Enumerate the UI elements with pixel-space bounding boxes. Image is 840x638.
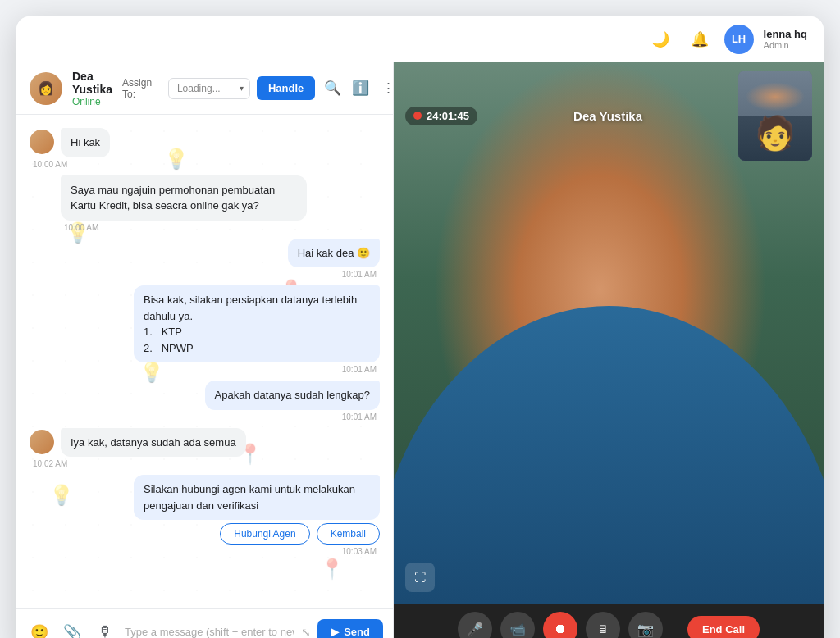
contact-avatar-img: 👩 [30,72,62,105]
deco-icon: 📍 [320,558,345,581]
message-bubble: Iya kak, datanya sudah ada semua [61,428,246,458]
message-row: Saya mau ngajuin permohonan pembuatan Ka… [30,175,380,232]
pip-video [738,71,812,161]
caller-name: Dea Yustika [573,109,642,123]
chat-input-area: 🙂 📎 🎙 ⤡ ▶ Send [16,608,393,638]
message-bubble: Silakan hubungi agen kami untuk melakuka… [134,475,380,520]
chat-header: 👩 Dea Yustika Online Assign To: Loading.… [16,62,393,115]
expand-icon: ⛶ [414,571,426,584]
microphone-icon: 🎙 [98,623,112,638]
video-main: 24:01:45 Dea Yustika [394,62,824,604]
video-panel: 24:01:45 Dea Yustika [394,62,824,638]
assign-select[interactable]: Loading... [168,78,250,99]
notifications-button[interactable]: 🔔 [685,25,714,54]
message-bubble: Bisa kak, silakan persiapkan datanya ter… [134,285,380,362]
pip-person-feed [738,71,812,161]
snapshot-button[interactable]: 📷 [628,612,663,638]
message-with-avatar: Hi kak [30,128,110,157]
app-shell: 🌙 🔔 LH lenna hq Admin 👩 Dea Yustika Onli… [16,16,824,638]
video-overlay-top: 24:01:45 Dea Yustika [394,62,824,169]
pip-face [738,79,812,115]
message-time: 10:01 AM [339,412,380,422]
screen-icon: 🖥 [597,622,609,636]
message-avatar [30,430,54,454]
message-bubble: Hai kak dea 🙂 [288,239,380,268]
message-row: Bisa kak, silakan persiapkan datanya ter… [30,285,380,374]
user-info: lenna hq Admin [764,28,807,51]
recording-timer: 24:01:45 [427,110,469,122]
expand-video-button[interactable]: ⛶ [405,563,435,592]
assign-label: Assign To: [122,77,162,100]
send-icon: ▶ [331,626,339,638]
message-row: Silakan hubungi agen kami untuk melakuka… [30,475,380,556]
dark-mode-button[interactable]: 🌙 [646,25,675,54]
quick-reply-hubungi-agen[interactable]: Hubungi Agen [220,523,309,545]
search-icon: 🔍 [324,80,341,97]
message-input[interactable] [125,626,294,638]
quick-reply-kembali[interactable]: Kembali [317,523,380,545]
bell-icon: 🔔 [691,30,709,48]
message-time: 10:03 AM [339,547,380,556]
handle-button[interactable]: Handle [257,76,315,100]
message-time: 10:01 AM [339,270,380,279]
message-avatar [30,130,54,154]
mic-icon: 🎤 [467,622,483,637]
search-chat-button[interactable]: 🔍 [322,76,343,101]
info-button[interactable]: ℹ️ [349,76,371,101]
paperclip-icon: 📎 [63,623,81,639]
message-row: Hai kak dea 🙂 10:01 AM [30,239,380,280]
message-row: Hi kak 10:00 AM [30,128,380,169]
voice-button[interactable]: 🎙 [92,619,118,639]
message-bubble: Saya mau ngajuin permohonan pembuatan Ka… [61,175,307,221]
snapshot-icon: 📷 [637,622,654,637]
quick-replies: Hubungi Agen Kembali [220,523,380,545]
contact-info: Dea Yustika Online [72,70,112,107]
message-time: 10:01 AM [339,365,380,374]
message-bubble: Apakah datanya sudah lengkap? [205,381,380,410]
pip-bg [738,71,812,161]
top-nav: 🌙 🔔 LH lenna hq Admin [16,16,824,62]
toggle-camera-button[interactable]: 📹 [500,612,535,638]
record-icon: ⏺ [554,622,567,636]
chat-messages: 💡 💡 📍 💡 📍 💡 📍 💡 Hi kak 10:00 AM [16,115,393,608]
contact-name: Dea Yustika [72,70,112,96]
message-row: Apakah datanya sudah lengkap? 10:01 AM [30,381,380,422]
camera-icon: 📹 [509,622,526,637]
moon-icon: 🌙 [651,30,669,48]
user-name: lenna hq [764,28,807,41]
pip-body [738,116,812,161]
send-button[interactable]: ▶ Send [317,619,383,638]
video-controls-bar: 🎤 📹 ⏺ 🖥 📷 End Call [394,604,824,638]
send-label: Send [344,626,370,638]
screen-share-button[interactable]: 🖥 [586,612,620,638]
mute-microphone-button[interactable]: 🎤 [458,612,492,638]
chat-header-actions: Assign To: Loading... ▾ Handle 🔍 ℹ️ [122,76,399,101]
message-time: 10:00 AM [61,223,102,232]
message-row: Iya kak, datanya sudah ada semua 10:02 A… [30,428,380,469]
message-time: 10:02 AM [30,459,71,468]
chat-panel: 👩 Dea Yustika Online Assign To: Loading.… [16,62,394,638]
message-with-avatar: Iya kak, datanya sudah ada semua [30,428,246,458]
attachment-button[interactable]: 📎 [59,619,85,639]
main-content: 👩 Dea Yustika Online Assign To: Loading.… [16,62,824,638]
message-time: 10:00 AM [30,160,71,169]
end-call-button[interactable]: End Call [687,616,760,639]
recording-badge: 24:01:45 [405,107,477,125]
contact-status: Online [72,96,112,107]
recording-dot [413,112,422,120]
assign-wrapper: Loading... ▾ [168,78,250,99]
resize-icon: ⤡ [301,626,311,639]
record-button[interactable]: ⏺ [543,612,578,638]
emoji-icon: 🙂 [30,623,48,639]
contact-avatar: 👩 [30,72,62,105]
info-icon: ℹ️ [352,80,369,97]
message-bubble: Hi kak [61,128,110,157]
user-avatar[interactable]: LH [724,25,754,54]
user-role: Admin [764,40,789,50]
emoji-button[interactable]: 🙂 [26,619,52,639]
